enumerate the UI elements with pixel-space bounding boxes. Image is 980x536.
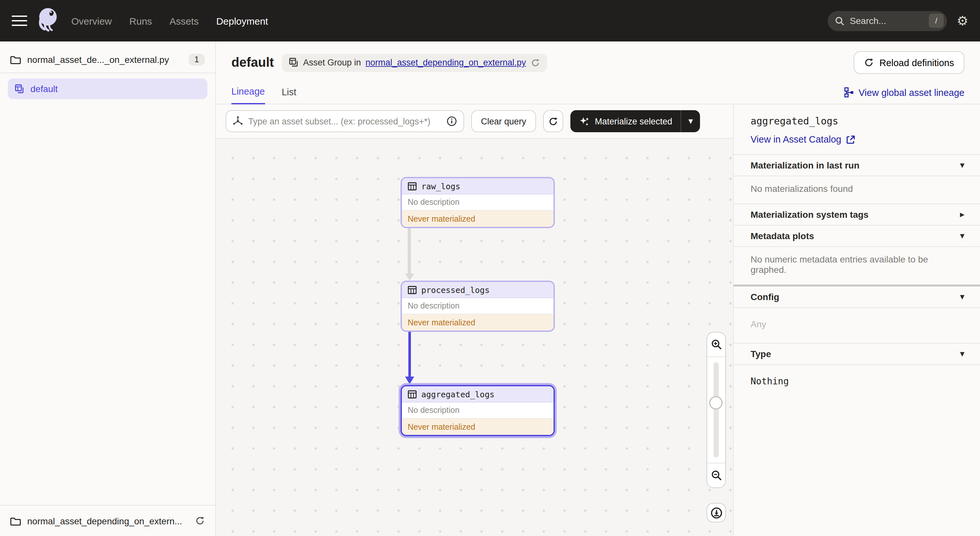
code-location-sidebar: normal_asset_de..._on_external.py 1 defa… [0,41,216,536]
sidebar-divider [0,73,215,73]
asset-group-icon [15,84,25,94]
table-icon [408,182,417,190]
table-icon [408,286,417,294]
section-label: Type [751,349,771,359]
top-nav-bar: Overview Runs Assets Deployment / ⚙ [0,0,980,41]
lineage-canvas-column: Clear query Materialize selected [216,104,733,536]
asset-status: Never materialized [402,211,554,227]
section-materialization-last-run[interactable]: Materialization in last run ▼ [734,154,980,176]
chevron-down-icon: ▼ [960,294,964,300]
asset-name: aggregated_logs [421,389,495,399]
zoom-in-button[interactable] [707,332,725,357]
folder-icon [10,55,21,64]
refresh-icon [864,58,873,67]
app-root: Overview Runs Assets Deployment / ⚙ norm… [0,0,980,536]
nav-item-runs[interactable]: Runs [129,15,152,26]
asset-group-icon [289,58,299,67]
zoom-out-button[interactable] [707,463,725,487]
tab-list[interactable]: List [282,87,296,104]
lineage-canvas[interactable]: raw_logs No description Never materializ… [216,139,733,536]
sidebar-code-location-item[interactable]: normal_asset_de..._on_external.py 1 [0,47,215,73]
search-input[interactable] [850,16,915,26]
reload-location-icon[interactable] [530,58,539,67]
asset-node-raw-logs[interactable]: raw_logs No description Never materializ… [401,177,555,228]
asset-name: raw_logs [421,181,460,191]
asset-description: No description [402,402,554,419]
refresh-graph-button[interactable] [543,110,563,132]
graph-toolbar: Clear query Materialize selected [216,104,733,139]
metadata-plots-empty-state: No numeric metadata entries available to… [734,246,980,285]
section-label: Materialization in last run [751,160,859,170]
sidebar-bottom-code-location[interactable]: normal_asset_depending_on_extern... [0,505,215,536]
selected-asset-name: aggregated_logs [751,115,964,127]
asset-description: No description [402,194,554,211]
code-location-link[interactable]: normal_asset_depending_on_external.py [366,58,526,67]
group-badge-prefix: Asset Group in [303,58,361,67]
materialize-selected-split-button: Materialize selected ▼ [570,110,700,132]
reload-definitions-label: Reload definitions [879,57,954,68]
clear-query-button[interactable]: Clear query [471,110,536,132]
materialize-selected-label: Materialize selected [595,116,673,126]
asset-graph-icon [233,116,243,126]
recenter-graph-button[interactable] [706,503,726,522]
info-icon[interactable] [447,116,457,126]
chevron-down-icon: ▼ [960,233,964,239]
dagster-logo-icon[interactable] [34,6,61,36]
view-global-asset-lineage-link[interactable]: View global asset lineage [843,87,964,104]
view-in-asset-catalog-link[interactable]: View in Asset Catalog [751,134,964,145]
asset-group-breadcrumb: Asset Group in normal_asset_depending_on… [282,54,547,72]
page-header: default Asset Group in normal_asset_depe… [216,41,980,80]
config-value: Any [734,307,980,343]
section-materialization-system-tags[interactable]: Materialization system tags ▶ [734,204,980,225]
code-location-label: normal_asset_de..._on_external.py [27,54,169,65]
tab-lineage[interactable]: Lineage [231,86,265,104]
nav-item-assets[interactable]: Assets [170,15,199,26]
materialize-selected-button[interactable]: Materialize selected [570,110,681,132]
section-metadata-plots[interactable]: Metadata plots ▼ [734,225,980,246]
group-label: default [30,84,58,94]
external-link-icon [846,135,856,144]
last-run-empty-state: No materializations found [734,176,980,204]
asset-subset-input[interactable] [248,116,441,126]
nav-item-overview[interactable]: Overview [71,15,112,26]
asset-node-processed-logs[interactable]: processed_logs No description Never mate… [401,281,555,332]
main-column: default Asset Group in normal_asset_depe… [216,41,980,536]
zoom-slider-handle[interactable] [709,396,723,410]
page-content: normal_asset_de..._on_external.py 1 defa… [0,41,980,536]
type-value: Nothing [734,364,980,400]
section-label: Config [751,292,780,302]
folder-icon [10,516,21,525]
table-icon [408,390,417,398]
asset-count-badge: 1 [189,54,205,65]
nav-item-deployment[interactable]: Deployment [216,15,268,26]
hamburger-menu-icon[interactable] [12,15,27,26]
chevron-right-icon: ▶ [960,211,964,218]
section-label: Metadata plots [751,231,814,241]
sparkle-icon [579,116,590,127]
zoom-slider-track[interactable] [714,362,719,458]
materialize-options-dropdown[interactable]: ▼ [681,110,700,132]
asset-subset-query-box[interactable] [226,110,464,132]
zoom-controls [706,332,726,488]
asset-details-panel: aggregated_logs View in Asset Catalog Ma… [733,104,980,536]
reload-location-icon[interactable] [195,516,205,526]
section-config[interactable]: Config ▼ [734,286,980,307]
settings-gear-icon[interactable]: ⚙ [957,13,968,29]
lineage-split: Clear query Materialize selected [216,104,980,536]
section-label: Materialization system tags [751,209,869,220]
search-icon [835,16,845,25]
asset-status: Never materialized [402,419,554,435]
asset-node-aggregated-logs[interactable]: aggregated_logs No description Never mat… [401,385,555,436]
search-shortcut-badge: / [929,14,944,28]
section-type[interactable]: Type ▼ [734,343,980,364]
asset-status: Never materialized [402,314,554,331]
chevron-down-icon: ▼ [960,351,964,357]
reload-definitions-button[interactable]: Reload definitions [853,51,964,74]
global-search[interactable]: / [828,11,947,31]
sidebar-item-default-group[interactable]: default [8,78,207,99]
page-title: default [231,55,274,70]
main-navigation: Overview Runs Assets Deployment [71,15,268,26]
tabs-row: Lineage List View global asset lineage [216,80,980,104]
chevron-down-icon: ▼ [960,162,964,169]
asset-description: No description [402,298,554,314]
